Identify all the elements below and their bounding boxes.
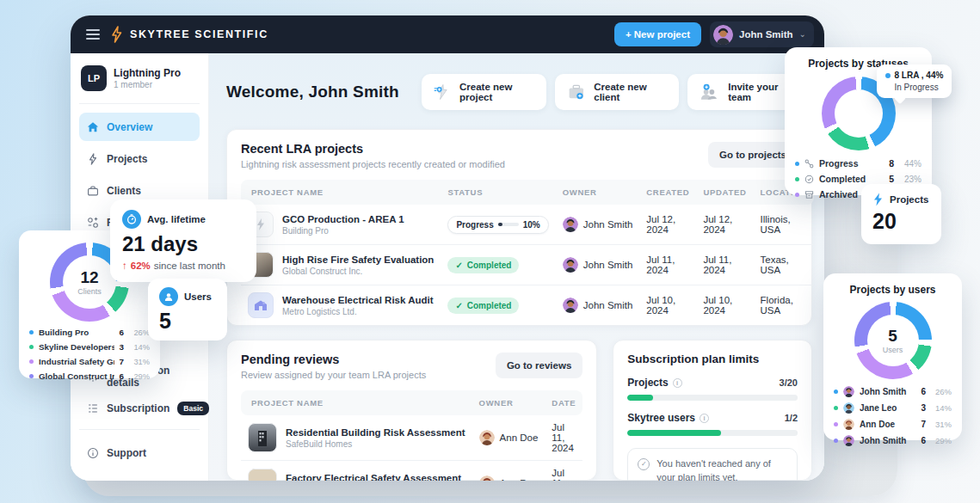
projects-by-statuses-card: Projects by statuses 8 LRA , 44% In Prog… [785,47,932,195]
column-header: Date [545,390,582,415]
page-title: Welcome, John Smith [226,83,399,101]
users-limit-bar [627,430,798,436]
create-new-project-card[interactable]: Create new project [422,74,546,110]
panel-title: Subscription plan limits [627,353,798,365]
sidebar-item-label: Subscription [107,402,169,414]
reviews-icon [87,217,99,229]
updated-date: Jul 11, 2024 [696,245,753,285]
legend-row: Progress 8 44% [795,158,921,169]
project-name: Residential Building Risk Assessment [286,427,465,438]
status-badge: Progress 10% [447,216,548,234]
home-icon [87,121,99,133]
action-label: Create new client [594,82,668,102]
sidebar-item-label: Overview [107,121,152,133]
archived-status-icon [804,190,814,199]
column-header: Status [441,180,555,205]
create-new-client-card[interactable]: Create new client [555,74,680,110]
legend-row: Jane Leo 3 14% [834,402,952,414]
plan-badge: Basic [177,402,209,415]
project-name: High Rise Fire Safety Evaluation [282,255,434,265]
project-photo-thumb [248,469,277,481]
team-plus-icon [699,81,720,103]
project-client: Building Pro [282,226,404,236]
owner-avatar [563,257,578,273]
legend-row: Building Pro 6 26% [29,328,150,337]
project-client: Global Construct Inc. [282,267,434,276]
workspace-name: Lightning Pro [114,67,181,79]
table-row[interactable]: GCO Production - AREA 1 Building Pro Pro… [241,205,814,245]
sidebar-item-label: Projects [107,153,147,165]
pending-reviews-table: Project name Owner Date Residential B [241,390,582,481]
sidebar-item-support[interactable]: Support [79,439,200,467]
project-client: Metro Logistics Ltd. [282,307,434,316]
updated-date: Jul 12, 2024 [696,205,753,245]
created-date: Jul 10, 2024 [639,285,696,326]
recent-projects-table: Project name Status Owner Created Update… [241,180,814,325]
table-row[interactable]: High Rise Fire Safety Evaluation Global … [241,245,814,285]
owner-name: John Smith [583,219,633,230]
briefcase-icon [87,185,99,197]
table-row[interactable]: Factory Electrical Safety Assessment Ind… [241,461,582,482]
limit-label: Projects [627,377,668,389]
project-name: Warehouse Electrical Risk Audit [282,295,434,305]
user-menu[interactable]: John Smith ⌄ [710,21,814,47]
project-name: GCO Production - AREA 1 [282,214,404,224]
workspace-members: 1 member [114,80,181,89]
column-header: Updated [696,180,753,205]
top-navbar: Skytree Scientific + New project John Sm… [71,15,824,53]
legend-avatar [843,419,854,430]
legend-avatar [843,435,854,446]
legend-row: John Smith 6 26% [834,386,952,397]
check-icon: ✓ [455,261,462,270]
brand-name: Skytree Scientific [130,28,268,40]
sidebar-item-overview[interactable]: Overview [79,113,200,141]
progress-status-icon [804,159,814,169]
new-project-button[interactable]: + New project [614,22,701,46]
legend-row: John Smith 6 29% [834,435,952,446]
owner-avatar [563,298,578,313]
panel-title: Recent LRA projects [241,142,505,156]
projects-count-card: Projects 20 [861,184,941,244]
table-row[interactable]: Warehouse Electrical Risk Audit Metro Lo… [241,285,814,326]
hamburger-menu-icon[interactable] [86,29,100,40]
owner-name: John Smith [583,300,633,310]
status-badge: ✓ Completed [447,257,519,273]
review-date: Jul 11, 2024 [545,415,582,461]
limit-label: Skytree users [627,412,695,424]
lightning-plus-icon [433,81,452,103]
owner-name: Ann Doe [500,478,539,481]
project-client: SafeBuild Homes [286,439,465,449]
legend-row: Skyline Developers 3 14% [29,342,150,352]
owner-avatar [563,217,578,232]
column-header: Owner [472,390,545,415]
owner-name: John Smith [583,260,633,270]
status-badge: ✓ Completed [447,298,519,314]
projects-limit-bar [627,395,798,401]
legend-row: Global Construct Inc. 6 29% [29,371,150,381]
check-icon: ✓ [455,301,462,310]
avg-lifetime-card: Avg. lifetime 21 days ↑ 62% since last m… [110,199,256,282]
lightning-icon [87,153,99,165]
legend-avatar [843,402,854,414]
action-label: Create new project [459,82,535,102]
legend-row: Completed 5 23% [795,174,921,184]
column-header: Project name [241,390,472,415]
info-circle-icon [87,447,99,459]
column-header: Project name [241,180,441,205]
go-to-reviews-button[interactable]: Go to reviews [496,353,582,378]
sidebar-item-projects[interactable]: Projects [79,144,200,173]
subscription-limits-panel: Subscription plan limits Projects i 3/20… [613,340,812,481]
panel-subtitle: Review assigned by your team LRA project… [241,370,426,380]
sidebar-divider [79,429,200,430]
owner-name: Ann Doe [500,432,539,443]
mini-progress-bar [498,223,519,226]
stat-label: Avg. lifetime [147,214,206,224]
check-circle-icon: ✓ [638,458,650,470]
main-content: Welcome, John Smith Create new project C… [209,53,824,481]
card-title: Projects by users [834,284,952,296]
table-row[interactable]: Residential Building Risk Assessment Saf… [241,415,582,461]
sidebar-item-subscription[interactable]: Subscription Basic [79,394,200,422]
briefcase-plus-icon [566,81,587,103]
workspace-switcher[interactable]: LP Lightning Pro 1 member [79,64,200,100]
limit-value: 3/20 [780,377,798,388]
